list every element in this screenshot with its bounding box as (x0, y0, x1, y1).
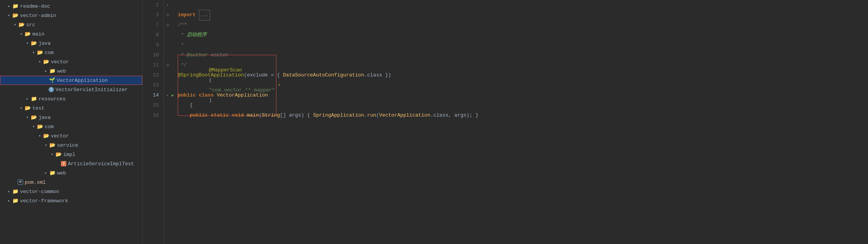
javadoc-desc: 启动程序 (187, 30, 207, 40)
keyword-void: void (232, 110, 244, 120)
file-tree[interactable]: readme-doc vector-admin src main java co… (0, 0, 143, 244)
sidebar-item-label: impl (63, 152, 75, 158)
folder-icon (31, 40, 37, 46)
keyword-static: static (211, 110, 229, 120)
sidebar-item-main[interactable]: main (0, 29, 142, 39)
sidebar-item-label: service (57, 142, 78, 148)
sidebar-item-web-main[interactable]: web (0, 66, 142, 76)
fold-2[interactable]: ▸ (164, 0, 172, 10)
line-num-15: 15 (143, 100, 159, 110)
folder-icon (49, 170, 56, 176)
sidebar-item-vector-application[interactable]: 🌱 VectorApplication (0, 76, 142, 85)
fold-11[interactable]: ⊟ (164, 60, 172, 70)
method-main: main (247, 110, 259, 120)
sidebar-item-label: src (26, 22, 35, 28)
sidebar-item-vector-admin[interactable]: vector-admin (0, 11, 142, 20)
sidebar-item-java-main[interactable]: java (0, 39, 142, 48)
sidebar-item-label: com (45, 124, 54, 130)
folder-icon (12, 12, 19, 19)
sidebar-item-label: ArticleServiceImplTest (68, 161, 134, 167)
class-string: String (262, 110, 280, 120)
sidebar-item-service[interactable]: service (0, 141, 142, 150)
sidebar-item-vector-framework[interactable]: vector-framework (0, 196, 142, 205)
code-text: . (364, 110, 367, 120)
sidebar-item-src[interactable]: src (0, 20, 142, 29)
arrow-icon (43, 170, 49, 176)
sidebar-item-pom-xml[interactable]: pom.xml (0, 178, 142, 187)
folder-icon (49, 68, 56, 74)
arrow-icon (49, 152, 55, 157)
folder-icon (31, 96, 37, 102)
sidebar-item-label: main (32, 31, 44, 37)
folder-icon (43, 59, 49, 65)
folder-icon (12, 188, 19, 195)
code-text (244, 110, 247, 120)
code-text (178, 110, 190, 120)
code-line-7: /** (178, 20, 868, 30)
annotation-icon: ⚡ (278, 80, 281, 90)
fold-3[interactable]: ⊟ (164, 10, 172, 20)
fold-15 (164, 100, 172, 110)
code-line-16: public static void main ( String [] args… (178, 110, 868, 120)
folder-icon (12, 3, 19, 9)
sidebar-item-readme-doc[interactable]: readme-doc (0, 2, 142, 11)
arrow-icon (25, 115, 30, 120)
fold-14[interactable]: ▸ (164, 90, 172, 100)
folder-icon (25, 105, 31, 111)
code-text (208, 110, 211, 120)
folder-icon (43, 133, 49, 139)
fold-12 (164, 70, 172, 80)
line-num-10: 10 (143, 50, 159, 60)
sidebar-item-label: com (45, 50, 54, 56)
code-line-8: * 启动程序 (178, 30, 868, 40)
spring-icon: 🌱 (49, 77, 55, 83)
fold-13 (164, 80, 172, 90)
code-text: .class, args); } (430, 110, 478, 120)
javadoc-start: /** (178, 20, 187, 30)
arrow-icon (37, 133, 42, 139)
line-num-11: 11 (143, 60, 159, 70)
sidebar-item-java-test[interactable]: java (0, 113, 142, 122)
fold-7[interactable]: ⊟ (164, 20, 172, 30)
sidebar-item-article-service-test[interactable]: ArticleServiceImplTest (0, 159, 142, 168)
arrow-icon (12, 22, 18, 27)
arrow-icon (31, 124, 36, 129)
arrow-icon (6, 3, 12, 9)
code-text: { (178, 100, 193, 110)
sidebar-item-com-test[interactable]: com (0, 122, 142, 131)
sidebar-item-vector-test[interactable]: vector (0, 131, 142, 141)
sidebar-item-label: test (32, 105, 44, 111)
line-numbers: 2 3 7 8 9 10 11 12 13 14 15 16 (143, 0, 164, 244)
code-line-12: @SpringBootApplication (exclude = { Data… (178, 70, 868, 80)
sidebar-item-impl[interactable]: impl (0, 150, 142, 159)
sidebar-item-test[interactable]: test (0, 103, 142, 113)
sidebar-item-web-test[interactable]: web (0, 168, 142, 178)
line-num-12: 12 (143, 70, 159, 80)
sidebar-item-vector-servlet[interactable]: VectorServletInitializer (0, 85, 142, 94)
sidebar-item-resources[interactable]: resources (0, 94, 142, 103)
keyword-public2: public (190, 110, 208, 120)
arrow-icon (6, 13, 12, 18)
fold-8 (164, 30, 172, 40)
sidebar-item-vector-common[interactable]: vector-common (0, 187, 142, 196)
arrow-icon (6, 198, 12, 203)
line-num-3: 3 (143, 10, 159, 20)
code-text: ( (209, 77, 212, 83)
sidebar-item-vector-main[interactable]: vector (0, 57, 142, 66)
code-line-9: * (178, 40, 868, 50)
class-datasource: DataSourceAutoConfiguration (283, 70, 364, 80)
sidebar-item-label: vector-framework (20, 198, 68, 204)
sidebar-item-com-main[interactable]: com (0, 48, 142, 57)
import-collapsed[interactable]: ... (199, 10, 210, 20)
annotation-mapperscan: @MapperScan (209, 67, 242, 73)
run-marker[interactable]: ▶ (172, 90, 174, 100)
code-text: [] args) { (280, 110, 313, 120)
arrow-icon (25, 96, 30, 102)
folder-icon (25, 31, 31, 37)
keyword-import: import (178, 10, 196, 20)
line-num-14: 14 (143, 90, 159, 100)
code-text: ( (259, 110, 262, 120)
line-num-2: 2 (143, 0, 159, 10)
xml-icon (18, 180, 23, 185)
code-line-13: @MapperScan ( "com.vector.**.mapper" ) ⚡ (178, 80, 868, 90)
